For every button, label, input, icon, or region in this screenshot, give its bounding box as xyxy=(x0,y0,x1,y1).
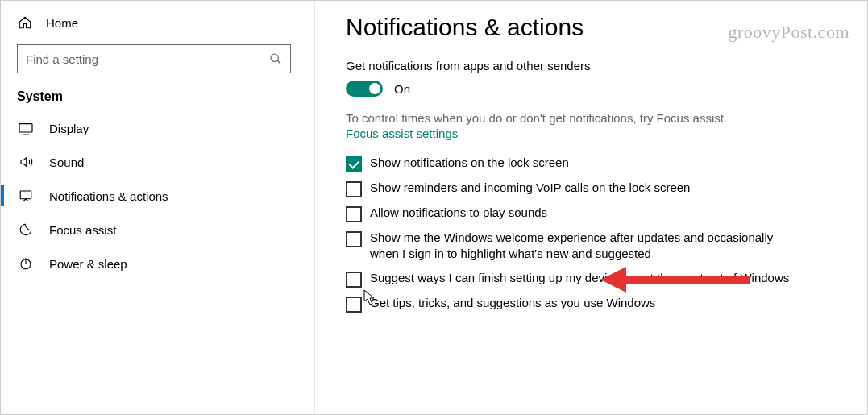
display-icon xyxy=(17,122,35,135)
checkbox-suggest-setup[interactable] xyxy=(346,272,362,288)
notifications-icon xyxy=(17,189,35,203)
notifications-toggle[interactable] xyxy=(346,81,383,97)
sound-icon xyxy=(17,155,35,169)
search-input[interactable]: Find a setting xyxy=(17,44,291,73)
sidebar-item-display[interactable]: Display xyxy=(1,112,314,145)
moon-icon xyxy=(17,222,35,237)
svg-rect-4 xyxy=(20,191,31,199)
helper-text: To control times when you do or don't ge… xyxy=(346,111,835,125)
toggle-state-label: On xyxy=(394,82,410,96)
sidebar-item-label: Power & sleep xyxy=(49,257,127,271)
power-icon xyxy=(17,256,35,271)
sidebar-item-label: Display xyxy=(49,122,89,135)
svg-point-0 xyxy=(271,54,278,61)
sidebar-item-label: Sound xyxy=(49,156,84,169)
checkbox-lock-screen[interactable] xyxy=(346,156,362,172)
section-title: System xyxy=(1,85,314,112)
home-link[interactable]: Home xyxy=(1,9,314,36)
notifications-sub-label: Get notifications from apps and other se… xyxy=(346,59,835,73)
checkbox-label: Allow notifications to play sounds xyxy=(370,205,547,221)
sidebar-item-label: Notifications & actions xyxy=(49,189,168,203)
sidebar-item-sound[interactable]: Sound xyxy=(1,145,314,179)
checkbox-play-sounds[interactable] xyxy=(346,206,362,222)
checkbox-reminders[interactable] xyxy=(346,181,362,197)
checkbox-label: Get tips, tricks, and suggestions as you… xyxy=(370,295,655,311)
checkbox-tips[interactable] xyxy=(346,297,362,313)
svg-rect-2 xyxy=(19,123,32,131)
watermark: groovyPost.com xyxy=(728,22,849,43)
checkbox-label: Suggest ways I can finish setting up my … xyxy=(370,270,789,286)
content: groovyPost.com Notifications & actions G… xyxy=(314,1,867,414)
checkbox-welcome-experience[interactable] xyxy=(346,231,362,247)
sidebar-item-power[interactable]: Power & sleep xyxy=(1,247,314,280)
checkbox-label: Show notifications on the lock screen xyxy=(370,155,569,171)
home-icon xyxy=(17,15,33,30)
search-placeholder: Find a setting xyxy=(26,52,98,66)
search-icon xyxy=(269,52,282,65)
home-label: Home xyxy=(46,16,78,30)
sidebar: Home Find a setting System Display Sound xyxy=(1,1,314,414)
sidebar-item-focus-assist[interactable]: Focus assist xyxy=(1,213,314,247)
sidebar-item-label: Focus assist xyxy=(49,223,116,237)
checkbox-label: Show me the Windows welcome experience a… xyxy=(370,230,805,263)
svg-line-1 xyxy=(277,60,280,64)
sidebar-item-notifications[interactable]: Notifications & actions xyxy=(1,179,314,213)
focus-assist-link[interactable]: Focus assist settings xyxy=(346,127,458,140)
checkbox-label: Show reminders and incoming VoIP calls o… xyxy=(370,180,690,196)
